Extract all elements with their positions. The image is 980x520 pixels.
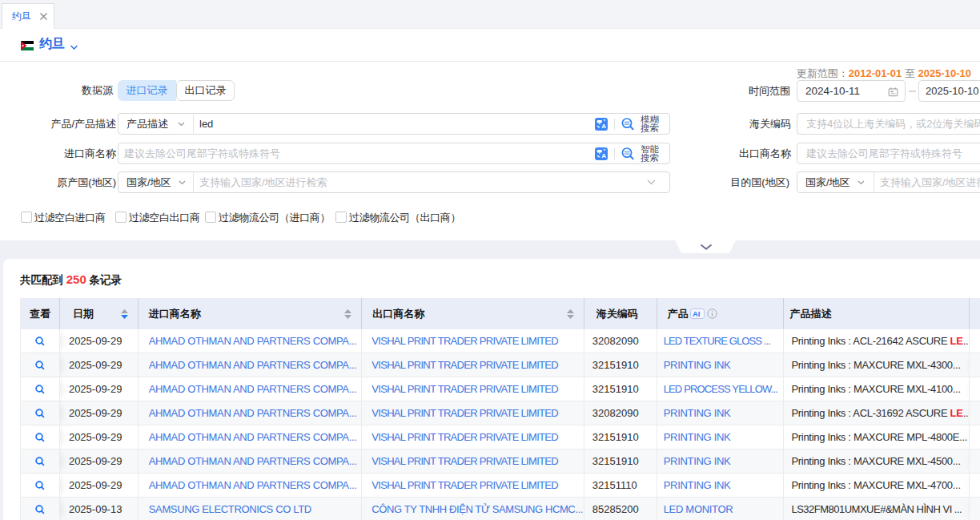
svg-text:A: A xyxy=(601,123,606,130)
svg-text:AI: AI xyxy=(693,309,701,318)
svg-text:A: A xyxy=(601,152,606,159)
